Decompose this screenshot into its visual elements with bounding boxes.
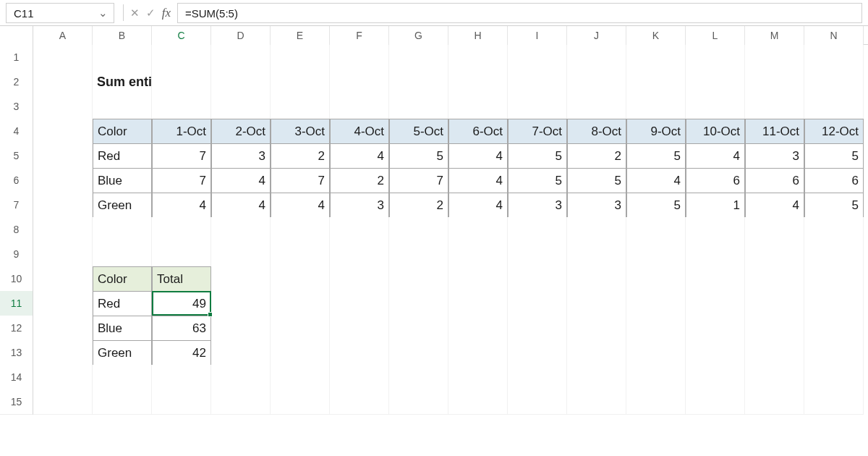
- cell-E14[interactable]: [271, 365, 330, 390]
- cell-F12[interactable]: [330, 316, 389, 342]
- cell-G8[interactable]: [389, 217, 448, 242]
- cell-A7[interactable]: [33, 193, 93, 219]
- select-all-corner[interactable]: [0, 26, 33, 45]
- cell-I10[interactable]: [508, 266, 567, 292]
- cell-K11[interactable]: [626, 291, 686, 317]
- cell-G13[interactable]: [389, 340, 448, 366]
- cell-C4[interactable]: 1-Oct: [152, 119, 211, 145]
- cell-N10[interactable]: [804, 266, 864, 292]
- row-header-3[interactable]: 3: [0, 94, 33, 119]
- cell-D6[interactable]: 4: [211, 168, 271, 194]
- cell-C11[interactable]: 49: [152, 291, 211, 317]
- cell-C9[interactable]: [152, 242, 211, 267]
- cell-B7[interactable]: Green: [93, 193, 152, 219]
- col-header-G[interactable]: G: [389, 26, 448, 45]
- cell-J1[interactable]: [567, 45, 626, 70]
- cell-J7[interactable]: 3: [567, 193, 626, 219]
- cell-N6[interactable]: 6: [804, 168, 864, 194]
- cell-H7[interactable]: 4: [448, 193, 508, 219]
- cell-G9[interactable]: [389, 242, 448, 267]
- cell-C3[interactable]: [152, 94, 211, 119]
- cell-N12[interactable]: [804, 316, 864, 342]
- cell-B1[interactable]: [93, 45, 152, 70]
- cell-H4[interactable]: 6-Oct: [448, 119, 508, 145]
- cell-K8[interactable]: [626, 217, 686, 242]
- cell-J3[interactable]: [567, 94, 626, 119]
- row-header-13[interactable]: 13: [0, 340, 33, 366]
- row-header-4[interactable]: 4: [0, 119, 33, 145]
- col-header-J[interactable]: J: [567, 26, 626, 45]
- cell-C2[interactable]: [152, 69, 211, 95]
- cell-B6[interactable]: Blue: [93, 168, 152, 194]
- cell-I9[interactable]: [508, 242, 567, 267]
- cell-B15[interactable]: [93, 389, 152, 415]
- cell-B3[interactable]: [93, 94, 152, 119]
- row-header-7[interactable]: 7: [0, 193, 33, 219]
- cell-G6[interactable]: 7: [389, 168, 448, 194]
- cell-K3[interactable]: [626, 94, 686, 119]
- cell-B10[interactable]: Color: [93, 266, 152, 292]
- cell-H9[interactable]: [448, 242, 508, 267]
- cell-D4[interactable]: 2-Oct: [211, 119, 271, 145]
- cell-B11[interactable]: Red: [93, 291, 152, 317]
- cell-N15[interactable]: [804, 389, 864, 415]
- cell-G11[interactable]: [389, 291, 448, 317]
- cell-D5[interactable]: 3: [211, 143, 271, 169]
- cell-I3[interactable]: [508, 94, 567, 119]
- cell-H15[interactable]: [448, 389, 508, 415]
- cell-J5[interactable]: 2: [567, 143, 626, 169]
- cell-D1[interactable]: [211, 45, 271, 70]
- cell-G2[interactable]: [389, 69, 448, 95]
- cell-J10[interactable]: [567, 266, 626, 292]
- col-header-L[interactable]: L: [686, 26, 745, 45]
- cell-I12[interactable]: [508, 316, 567, 342]
- cell-D8[interactable]: [211, 217, 271, 242]
- cell-M10[interactable]: [745, 266, 804, 292]
- cell-C10[interactable]: Total: [152, 266, 211, 292]
- cell-N14[interactable]: [804, 365, 864, 390]
- cell-N11[interactable]: [804, 291, 864, 317]
- cell-B9[interactable]: [93, 242, 152, 267]
- cell-B13[interactable]: Green: [93, 340, 152, 366]
- cell-L3[interactable]: [686, 94, 745, 119]
- cell-C12[interactable]: 63: [152, 316, 211, 342]
- cell-H5[interactable]: 4: [448, 143, 508, 169]
- row-header-15[interactable]: 15: [0, 389, 33, 415]
- cell-C6[interactable]: 7: [152, 168, 211, 194]
- cell-N1[interactable]: [804, 45, 864, 70]
- cell-E5[interactable]: 2: [271, 143, 330, 169]
- row-header-5[interactable]: 5: [0, 143, 33, 169]
- cell-D14[interactable]: [211, 365, 271, 390]
- cell-F11[interactable]: [330, 291, 389, 317]
- cell-M1[interactable]: [745, 45, 804, 70]
- cell-E2[interactable]: [271, 69, 330, 95]
- cell-D9[interactable]: [211, 242, 271, 267]
- cell-L4[interactable]: 10-Oct: [686, 119, 745, 145]
- row-header-14[interactable]: 14: [0, 365, 33, 390]
- cell-H3[interactable]: [448, 94, 508, 119]
- cell-N4[interactable]: 12-Oct: [804, 119, 864, 145]
- cell-E4[interactable]: 3-Oct: [271, 119, 330, 145]
- cell-B12[interactable]: Blue: [93, 316, 152, 342]
- cell-N7[interactable]: 5: [804, 193, 864, 219]
- cell-I4[interactable]: 7-Oct: [508, 119, 567, 145]
- cell-F1[interactable]: [330, 45, 389, 70]
- cell-B4[interactable]: Color: [93, 119, 152, 145]
- cell-J2[interactable]: [567, 69, 626, 95]
- cell-C14[interactable]: [152, 365, 211, 390]
- cell-D10[interactable]: [211, 266, 271, 292]
- cell-E11[interactable]: [271, 291, 330, 317]
- cell-B8[interactable]: [93, 217, 152, 242]
- cell-G1[interactable]: [389, 45, 448, 70]
- row-header-6[interactable]: 6: [0, 168, 33, 194]
- cell-A11[interactable]: [33, 291, 93, 317]
- name-box[interactable]: C11 ⌄: [6, 3, 114, 23]
- cell-A10[interactable]: [33, 266, 93, 292]
- cell-L1[interactable]: [686, 45, 745, 70]
- cell-H13[interactable]: [448, 340, 508, 366]
- col-header-C[interactable]: C: [152, 26, 211, 45]
- row-header-1[interactable]: 1: [0, 45, 33, 70]
- col-header-K[interactable]: K: [626, 26, 686, 45]
- cell-G4[interactable]: 5-Oct: [389, 119, 448, 145]
- formula-input[interactable]: =SUM(5:5): [177, 3, 862, 23]
